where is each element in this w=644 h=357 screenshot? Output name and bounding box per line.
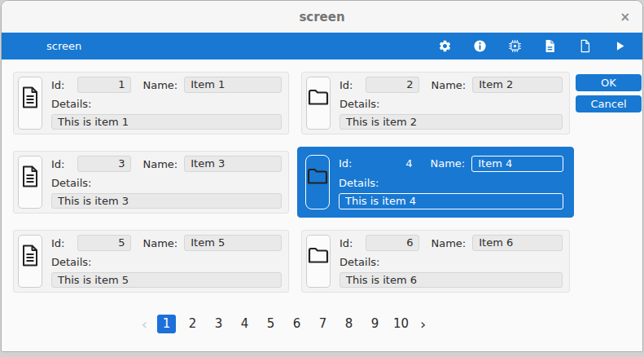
details-field[interactable]: This is item 3 bbox=[51, 193, 282, 209]
settings-gear-icon[interactable] bbox=[438, 39, 452, 53]
document-blank-icon[interactable] bbox=[578, 39, 592, 53]
pagination: ‹ 1 2 3 4 5 6 7 8 9 10 › bbox=[2, 315, 566, 333]
content-area: Id: 1 Name: Item 1 Details: This is item… bbox=[2, 60, 642, 293]
item-card-3[interactable]: Id: 3 Name: Item 3 Details: This is item… bbox=[13, 151, 289, 214]
prev-page-icon: ‹ bbox=[139, 315, 150, 333]
page-button-7[interactable]: 7 bbox=[313, 315, 332, 333]
close-icon[interactable]: × bbox=[620, 11, 630, 23]
id-label: Id: bbox=[340, 237, 353, 249]
cancel-button[interactable]: Cancel bbox=[576, 95, 642, 112]
name-label: Name: bbox=[142, 158, 177, 170]
name-label: Name: bbox=[430, 157, 465, 170]
id-field[interactable]: 6 bbox=[366, 235, 419, 251]
document-icon bbox=[21, 245, 39, 267]
details-field[interactable]: This is item 2 bbox=[340, 114, 563, 130]
id-field[interactable]: 3 bbox=[77, 156, 131, 172]
details-label: Details: bbox=[51, 98, 282, 110]
details-label: Details: bbox=[51, 177, 282, 189]
page-button-3[interactable]: 3 bbox=[209, 315, 228, 333]
id-label: Id: bbox=[51, 158, 64, 170]
item-icon-cell bbox=[306, 235, 331, 288]
page-button-9[interactable]: 9 bbox=[366, 315, 384, 333]
page-button-2[interactable]: 2 bbox=[183, 315, 202, 333]
id-label: Id: bbox=[339, 157, 352, 170]
folder-icon bbox=[307, 168, 328, 185]
id-field[interactable]: 4 bbox=[365, 156, 418, 172]
name-field[interactable]: Item 3 bbox=[184, 156, 282, 172]
title-bar: screen × bbox=[2, 1, 642, 33]
toolbar: screen bbox=[2, 33, 642, 60]
item-icon-cell bbox=[306, 77, 331, 130]
page-button-6[interactable]: 6 bbox=[287, 315, 306, 333]
document-icon bbox=[21, 86, 39, 108]
details-field[interactable]: This is item 6 bbox=[340, 272, 563, 288]
details-label: Details: bbox=[340, 256, 563, 268]
details-field[interactable]: This is item 4 bbox=[339, 193, 563, 209]
id-field[interactable]: 2 bbox=[366, 77, 419, 93]
page-button-5[interactable]: 5 bbox=[261, 315, 280, 333]
details-field[interactable]: This is item 5 bbox=[51, 272, 282, 288]
name-field[interactable]: Item 6 bbox=[472, 235, 563, 251]
name-label: Name: bbox=[431, 237, 466, 249]
item-icon-cell bbox=[305, 155, 330, 209]
app-window: screen × screen bbox=[1, 0, 643, 352]
name-field[interactable]: Item 4 bbox=[471, 156, 563, 172]
item-card-4-selected[interactable]: Id: 4 Name: Item 4 Details: This is item… bbox=[297, 147, 574, 218]
id-label: Id: bbox=[340, 79, 353, 91]
toolbar-title: screen bbox=[46, 40, 81, 52]
item-card-5[interactable]: Id: 5 Name: Item 5 Details: This is item… bbox=[13, 230, 289, 293]
name-label: Name: bbox=[142, 79, 177, 91]
folder-icon bbox=[308, 89, 329, 106]
action-button-column: OK Cancel bbox=[576, 72, 642, 293]
id-field[interactable]: 1 bbox=[77, 77, 131, 93]
window-title: screen bbox=[299, 10, 344, 24]
name-label: Name: bbox=[431, 79, 466, 91]
name-field[interactable]: Item 5 bbox=[184, 235, 282, 251]
item-card-6[interactable]: Id: 6 Name: Item 6 Details: This is item… bbox=[301, 230, 570, 293]
page-button-1[interactable]: 1 bbox=[157, 315, 176, 333]
chip-icon[interactable] bbox=[508, 39, 522, 53]
info-icon[interactable] bbox=[473, 39, 487, 53]
details-label: Details: bbox=[339, 177, 563, 189]
item-icon-cell bbox=[18, 156, 42, 209]
item-card-1[interactable]: Id: 1 Name: Item 1 Details: This is item… bbox=[13, 72, 289, 134]
item-icon-cell bbox=[18, 77, 42, 130]
document-text-icon[interactable] bbox=[543, 39, 557, 53]
item-icon-cell bbox=[18, 235, 42, 288]
details-label: Details: bbox=[51, 256, 282, 268]
folder-icon bbox=[308, 247, 329, 264]
id-label: Id: bbox=[51, 79, 64, 91]
run-play-icon[interactable] bbox=[613, 39, 627, 53]
name-field[interactable]: Item 2 bbox=[472, 77, 563, 93]
details-field[interactable]: This is item 1 bbox=[51, 114, 282, 130]
page-button-8[interactable]: 8 bbox=[340, 315, 358, 333]
next-page-icon[interactable]: › bbox=[418, 315, 428, 333]
item-card-2[interactable]: Id: 2 Name: Item 2 Details: This is item… bbox=[301, 72, 570, 134]
ok-button[interactable]: OK bbox=[576, 74, 642, 91]
id-label: Id: bbox=[51, 237, 64, 249]
page-button-4[interactable]: 4 bbox=[235, 315, 254, 333]
details-label: Details: bbox=[340, 98, 563, 110]
name-field[interactable]: Item 1 bbox=[184, 77, 282, 93]
document-icon bbox=[21, 165, 39, 187]
item-card-grid: Id: 1 Name: Item 1 Details: This is item… bbox=[13, 72, 570, 293]
toolbar-icon-group bbox=[438, 39, 627, 53]
page-button-10[interactable]: 10 bbox=[392, 315, 410, 333]
id-field[interactable]: 5 bbox=[77, 235, 131, 251]
name-label: Name: bbox=[142, 237, 177, 249]
